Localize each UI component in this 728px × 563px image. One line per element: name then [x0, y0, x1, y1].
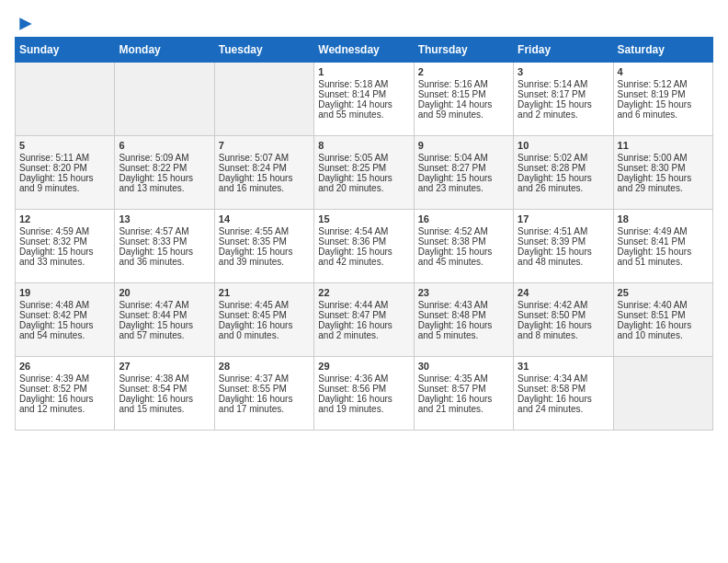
column-header-sunday: Sunday	[16, 38, 115, 63]
page-header	[15, 15, 713, 33]
cell-content-line: Sunset: 8:28 PM	[518, 163, 609, 173]
cell-content-line: Sunset: 8:17 PM	[518, 89, 609, 99]
cell-content-line: Daylight: 15 hours	[318, 247, 409, 257]
calendar-cell	[16, 63, 115, 136]
calendar-cell: 22Sunrise: 4:44 AMSunset: 8:47 PMDayligh…	[314, 283, 414, 357]
cell-content-line: Sunrise: 5:04 AM	[418, 153, 509, 163]
calendar-cell: 18Sunrise: 4:49 AMSunset: 8:41 PMDayligh…	[613, 210, 712, 283]
calendar-week-row: 5Sunrise: 5:11 AMSunset: 8:20 PMDaylight…	[16, 136, 713, 210]
cell-content-line: Sunrise: 4:35 AM	[418, 373, 509, 384]
day-number: 25	[618, 287, 709, 298]
cell-content-line: Daylight: 15 hours	[119, 247, 210, 257]
cell-content-line: Daylight: 15 hours	[518, 173, 609, 183]
cell-content-line: Sunrise: 4:47 AM	[119, 300, 210, 310]
day-number: 19	[19, 287, 110, 298]
day-number: 16	[418, 213, 509, 224]
cell-content-line: Sunset: 8:47 PM	[318, 310, 409, 320]
day-number: 27	[119, 361, 210, 372]
cell-content-line: and 21 minutes.	[418, 404, 509, 414]
day-number: 21	[219, 287, 310, 298]
cell-content-line: and 23 minutes.	[418, 183, 509, 193]
calendar-week-row: 12Sunrise: 4:59 AMSunset: 8:32 PMDayligh…	[16, 210, 713, 283]
cell-content-line: and 8 minutes.	[518, 330, 609, 340]
cell-content-line: Daylight: 15 hours	[418, 173, 509, 183]
day-number: 30	[418, 361, 509, 372]
cell-content-line: Sunrise: 4:36 AM	[318, 373, 409, 384]
cell-content-line: Sunset: 8:52 PM	[19, 384, 110, 394]
cell-content-line: and 15 minutes.	[119, 404, 210, 414]
calendar-cell: 24Sunrise: 4:42 AMSunset: 8:50 PMDayligh…	[514, 283, 613, 357]
cell-content-line: Sunrise: 5:07 AM	[219, 153, 310, 163]
cell-content-line: and 39 minutes.	[219, 257, 310, 267]
calendar-cell: 4Sunrise: 5:12 AMSunset: 8:19 PMDaylight…	[613, 63, 712, 136]
cell-content-line: Sunrise: 4:52 AM	[418, 226, 509, 236]
cell-content-line: Sunset: 8:33 PM	[119, 236, 210, 247]
cell-content-line: Sunrise: 4:54 AM	[318, 226, 409, 236]
day-number: 9	[418, 140, 509, 151]
calendar-header-row: SundayMondayTuesdayWednesdayThursdayFrid…	[16, 38, 713, 63]
cell-content-line: Daylight: 15 hours	[19, 320, 110, 330]
cell-content-line: Sunset: 8:25 PM	[318, 163, 409, 173]
calendar-cell: 16Sunrise: 4:52 AMSunset: 8:38 PMDayligh…	[414, 210, 513, 283]
cell-content-line: and 16 minutes.	[219, 183, 310, 193]
cell-content-line: and 17 minutes.	[219, 404, 310, 414]
calendar-cell: 3Sunrise: 5:14 AMSunset: 8:17 PMDaylight…	[514, 63, 613, 136]
cell-content-line: Daylight: 15 hours	[119, 173, 210, 183]
cell-content-line: Daylight: 16 hours	[318, 320, 409, 330]
cell-content-line: Sunset: 8:14 PM	[318, 89, 409, 99]
day-number: 3	[518, 66, 609, 77]
cell-content-line: Sunset: 8:48 PM	[418, 310, 509, 320]
cell-content-line: Daylight: 16 hours	[19, 394, 110, 404]
cell-content-line: Sunrise: 4:44 AM	[318, 300, 409, 310]
day-number: 10	[518, 140, 609, 151]
calendar-cell: 17Sunrise: 4:51 AMSunset: 8:39 PMDayligh…	[514, 210, 613, 283]
cell-content-line: Daylight: 15 hours	[119, 320, 210, 330]
calendar-cell: 30Sunrise: 4:35 AMSunset: 8:57 PMDayligh…	[414, 357, 513, 431]
cell-content-line: Sunset: 8:32 PM	[19, 236, 110, 247]
cell-content-line: Sunset: 8:19 PM	[618, 89, 709, 99]
cell-content-line: Sunset: 8:35 PM	[219, 236, 310, 247]
cell-content-line: Daylight: 15 hours	[618, 99, 709, 109]
day-number: 20	[119, 287, 210, 298]
cell-content-line: Daylight: 16 hours	[618, 320, 709, 330]
cell-content-line: Daylight: 14 hours	[318, 99, 409, 109]
day-number: 31	[518, 361, 609, 372]
column-header-friday: Friday	[514, 38, 613, 63]
cell-content-line: Daylight: 15 hours	[418, 247, 509, 257]
cell-content-line: Daylight: 16 hours	[219, 394, 310, 404]
logo-icon	[17, 15, 35, 33]
calendar-cell: 19Sunrise: 4:48 AMSunset: 8:42 PMDayligh…	[16, 283, 115, 357]
calendar-cell: 27Sunrise: 4:38 AMSunset: 8:54 PMDayligh…	[115, 357, 214, 431]
calendar-cell: 23Sunrise: 4:43 AMSunset: 8:48 PMDayligh…	[414, 283, 513, 357]
cell-content-line: and 0 minutes.	[219, 330, 310, 340]
day-number: 2	[418, 66, 509, 77]
cell-content-line: Daylight: 15 hours	[318, 173, 409, 183]
cell-content-line: Sunrise: 5:16 AM	[418, 79, 509, 89]
cell-content-line: and 13 minutes.	[119, 183, 210, 193]
cell-content-line: Sunset: 8:45 PM	[219, 310, 310, 320]
calendar-cell	[613, 357, 712, 431]
cell-content-line: Daylight: 15 hours	[618, 173, 709, 183]
cell-content-line: Sunset: 8:38 PM	[418, 236, 509, 247]
cell-content-line: and 5 minutes.	[418, 330, 509, 340]
cell-content-line: and 12 minutes.	[19, 404, 110, 414]
cell-content-line: Sunset: 8:15 PM	[418, 89, 509, 99]
calendar-cell: 6Sunrise: 5:09 AMSunset: 8:22 PMDaylight…	[115, 136, 214, 210]
calendar-table: SundayMondayTuesdayWednesdayThursdayFrid…	[15, 37, 713, 431]
day-number: 6	[119, 140, 210, 151]
calendar-cell: 5Sunrise: 5:11 AMSunset: 8:20 PMDaylight…	[16, 136, 115, 210]
day-number: 18	[618, 213, 709, 224]
calendar-cell: 25Sunrise: 4:40 AMSunset: 8:51 PMDayligh…	[613, 283, 712, 357]
cell-content-line: Sunrise: 5:00 AM	[618, 153, 709, 163]
cell-content-line: Sunrise: 4:45 AM	[219, 300, 310, 310]
day-number: 13	[119, 213, 210, 224]
cell-content-line: Daylight: 15 hours	[518, 99, 609, 109]
cell-content-line: Sunset: 8:20 PM	[19, 163, 110, 173]
cell-content-line: and 55 minutes.	[318, 109, 409, 120]
cell-content-line: and 20 minutes.	[318, 183, 409, 193]
cell-content-line: Sunset: 8:24 PM	[219, 163, 310, 173]
day-number: 28	[219, 361, 310, 372]
cell-content-line: Sunset: 8:58 PM	[518, 384, 609, 394]
day-number: 29	[318, 361, 409, 372]
calendar-week-row: 19Sunrise: 4:48 AMSunset: 8:42 PMDayligh…	[16, 283, 713, 357]
